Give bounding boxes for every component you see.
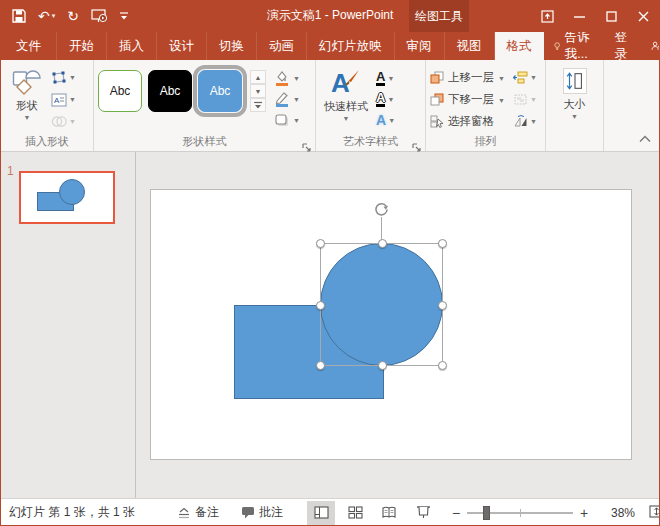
text-box-button[interactable]: A ▼ [49, 90, 78, 109]
resize-handle-se[interactable] [438, 361, 447, 370]
group-size: 大小 ▼ [546, 60, 604, 151]
tab-format-active[interactable]: 格式 [495, 32, 544, 60]
tab-view[interactable]: 视图 [445, 32, 495, 60]
resize-handle-sw[interactable] [316, 361, 325, 370]
resize-handle-n[interactable] [378, 239, 387, 248]
close-icon [638, 11, 649, 22]
group-button[interactable]: ▼ [511, 90, 539, 109]
undo-caret-icon[interactable]: ▾ [52, 12, 56, 20]
svg-text:A: A [331, 68, 350, 96]
normal-view-button[interactable] [307, 501, 335, 525]
size-caret-icon: ▼ [571, 113, 578, 120]
bring-forward-caret-icon: ▼ [498, 75, 505, 82]
shape-style-black[interactable]: Abc [148, 70, 192, 112]
comments-button[interactable]: 批注 [241, 504, 283, 521]
tab-home[interactable]: 开始 [57, 32, 107, 60]
text-outline-button[interactable]: A▼ [376, 89, 395, 108]
start-slideshow-button[interactable] [86, 3, 113, 29]
fit-to-window-button[interactable] [649, 505, 660, 521]
send-backward-button[interactable]: 下移一层 ▼ [430, 90, 505, 109]
merge-shapes-caret-icon: ▼ [69, 118, 76, 125]
align-caret-icon: ▼ [530, 74, 537, 81]
resize-handle-w[interactable] [316, 301, 325, 310]
size-icon [563, 68, 587, 94]
tab-review[interactable]: 审阅 [395, 32, 445, 60]
slide[interactable] [150, 189, 632, 460]
ribbon-display-options-button[interactable] [531, 0, 563, 32]
svg-text:A: A [54, 96, 60, 105]
resize-handle-nw[interactable] [316, 239, 325, 248]
text-fill-button[interactable]: A▼ [376, 68, 395, 87]
gallery-down-button[interactable]: ▼ [250, 84, 266, 98]
close-button[interactable] [627, 0, 659, 32]
share-person-icon [651, 39, 660, 53]
tab-insert[interactable]: 插入 [107, 32, 157, 60]
resize-handle-e[interactable] [438, 301, 447, 310]
minimize-button[interactable] [563, 0, 595, 32]
shape-fill-button[interactable]: ▼ [274, 69, 300, 87]
notes-button[interactable]: 备注 [177, 504, 219, 521]
customize-qat-icon [120, 11, 128, 21]
reading-view-button[interactable] [375, 501, 403, 525]
resize-handle-ne[interactable] [438, 239, 447, 248]
contextual-tool-header: 绘图工具 [409, 0, 469, 32]
share-button[interactable]: 共享 [639, 32, 660, 60]
gallery-more-button[interactable] [250, 98, 266, 112]
undo-button[interactable]: ↶▾ [33, 3, 60, 29]
resize-handle-s[interactable] [378, 361, 387, 370]
slideshow-view-button[interactable] [409, 501, 437, 525]
gallery-more-icon [254, 101, 262, 110]
shape-style-green[interactable]: Abc [98, 70, 142, 112]
shape-effects-caret-icon: ▼ [293, 117, 300, 124]
zoom-slider[interactable] [467, 512, 573, 514]
slide-thumbnail-selected[interactable] [19, 171, 115, 224]
wordart-group-label: 艺术字样式 [316, 134, 425, 149]
tab-animations[interactable]: 动画 [257, 32, 307, 60]
redo-button[interactable]: ↻ [62, 3, 84, 29]
shapes-button[interactable]: 形状 ▼ [5, 64, 49, 135]
normal-view-icon [314, 506, 329, 519]
text-effects-caret-icon: ▼ [388, 117, 395, 124]
group-objects-icon [513, 93, 528, 106]
selection-pane-button[interactable]: 选择窗格 [430, 112, 505, 131]
tab-slideshow[interactable]: 幻灯片放映 [307, 32, 395, 60]
wordart-minicol: A▼ A▼ A▼ [376, 64, 395, 135]
align-button[interactable]: ▼ [511, 68, 539, 87]
quick-styles-button[interactable]: A 快速样式 ▼ [320, 64, 372, 135]
zoom-slider-thumb[interactable] [483, 506, 490, 520]
selection-pane-icon [430, 115, 444, 128]
zoom-out-button[interactable]: − [451, 505, 461, 521]
work-area: 1 [1, 152, 659, 498]
gallery-up-button[interactable]: ▲ [250, 70, 266, 84]
tell-me-box[interactable]: 告诉我... [544, 32, 603, 60]
sign-in-button[interactable]: 登录 [602, 32, 639, 60]
shape-effects-button[interactable]: ▼ [274, 111, 300, 129]
edit-shape-button[interactable]: ▼ [49, 68, 78, 87]
text-effects-icon: A [376, 113, 386, 127]
rotate-icon [513, 115, 528, 128]
shape-style-blue-selected[interactable]: Abc [198, 70, 242, 112]
shape-outline-button[interactable]: ▼ [274, 90, 300, 108]
zoom-controls: − + 38% [451, 505, 660, 521]
tab-design[interactable]: 设计 [157, 32, 207, 60]
size-button[interactable]: 大小 ▼ [553, 64, 597, 120]
shape-outline-icon [274, 91, 290, 107]
text-effects-button[interactable]: A▼ [376, 110, 395, 129]
rotation-handle[interactable] [373, 201, 390, 222]
group-caret-icon: ▼ [530, 96, 537, 103]
slide-sorter-view-button[interactable] [341, 501, 369, 525]
bring-forward-button[interactable]: 上移一层 ▼ [430, 68, 505, 87]
edit-shape-caret-icon: ▼ [69, 74, 76, 81]
collapse-ribbon-button[interactable] [639, 129, 651, 147]
tab-file[interactable]: 文件 [1, 32, 57, 60]
zoom-in-button[interactable]: + [579, 505, 589, 521]
customize-qat-button[interactable] [115, 3, 133, 29]
slideshow-icon [91, 9, 108, 23]
merge-shapes-button[interactable]: ▼ [49, 112, 78, 131]
maximize-button[interactable] [595, 0, 627, 32]
save-button[interactable] [7, 3, 31, 29]
tab-transitions[interactable]: 切换 [207, 32, 257, 60]
redo-icon: ↻ [67, 8, 79, 24]
rotate-button[interactable]: ▼ [511, 112, 539, 131]
zoom-level[interactable]: 38% [603, 506, 635, 520]
